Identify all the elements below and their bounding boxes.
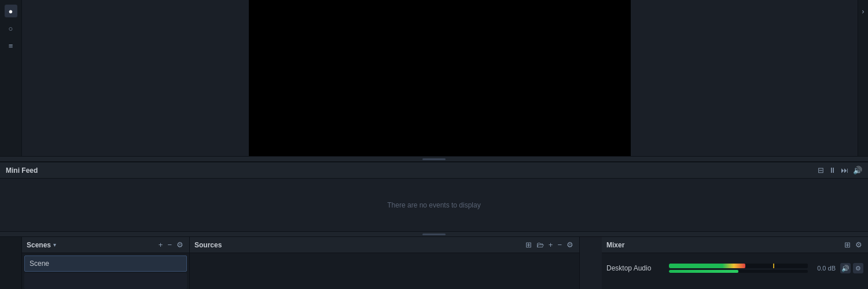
mini-feed-body: There are no events to display xyxy=(0,179,868,231)
bottom-left-icons xyxy=(0,237,22,289)
preview-area xyxy=(22,0,858,156)
mixer-expand-btn[interactable]: ⊞ xyxy=(843,240,852,249)
mini-feed-volume-icon[interactable]: 🔊 xyxy=(853,166,862,175)
mini-feed-empty-text: There are no events to display xyxy=(387,201,480,209)
mixer-body: Desktop Audio 0.0 dB 🔊 ⚙ xyxy=(602,253,868,289)
sources-remove-btn[interactable]: − xyxy=(556,240,563,249)
scene-item-label: Scene xyxy=(30,260,49,268)
mixer-track-name: Desktop Audio xyxy=(606,264,664,272)
top-area: ● ○ ≡ › xyxy=(0,0,868,156)
mini-feed-controls: ⊟ ⏸ ⏭ 🔊 xyxy=(818,166,862,175)
mini-feed-pause-icon[interactable]: ⏸ xyxy=(829,166,836,175)
mixer-track-settings-btn[interactable]: ⚙ xyxy=(853,263,863,273)
scene-item-placeholder xyxy=(24,273,187,289)
sources-settings-btn[interactable]: ⚙ xyxy=(565,240,575,249)
fader-bar-fill xyxy=(669,264,745,268)
mixer-settings-btn[interactable]: ⚙ xyxy=(854,240,863,249)
mixer-track-mute-btn[interactable]: 🔊 xyxy=(840,263,851,273)
fader-bar-indicator xyxy=(773,264,774,268)
sources-folder-btn[interactable]: 🗁 xyxy=(535,240,545,249)
scenes-dropdown-arrow[interactable]: ▾ xyxy=(53,242,56,248)
mixer-title: Mixer xyxy=(606,241,624,249)
mini-feed-title: Mini Feed xyxy=(6,166,38,175)
scenes-remove-btn[interactable]: − xyxy=(166,240,173,249)
sources-body xyxy=(190,253,579,289)
scenes-body: Scene xyxy=(22,253,189,289)
mini-feed-skip-icon[interactable]: ⏭ xyxy=(841,166,848,175)
preview-canvas xyxy=(249,0,631,156)
scenes-title: Scenes xyxy=(27,241,51,249)
mini-feed-filter-icon[interactable]: ⊟ xyxy=(818,166,824,175)
sources-add-btn[interactable]: + xyxy=(547,240,554,249)
divider-1[interactable] xyxy=(0,156,868,162)
mixer-panel: Mixer ⊞ ⚙ Desktop Audio 0.0 dB xyxy=(602,237,868,289)
sources-title: Sources xyxy=(194,241,222,249)
mixer-track-db: 0.0 dB xyxy=(812,265,836,272)
mixer-header: Mixer ⊞ ⚙ xyxy=(602,237,868,253)
mixer-track-fader[interactable] xyxy=(669,264,808,273)
right-sidebar-toggle[interactable]: › xyxy=(857,5,869,17)
scenes-settings-btn[interactable]: ⚙ xyxy=(175,240,185,249)
sources-panel: Sources ⊞ 🗁 + − ⚙ xyxy=(190,237,580,289)
fader-sub-bar xyxy=(669,270,808,273)
mixer-track-desktop-audio: Desktop Audio 0.0 dB 🔊 ⚙ xyxy=(606,255,863,281)
left-sidebar: ● ○ ≡ xyxy=(0,0,22,156)
fader-sub-fill xyxy=(669,270,738,273)
right-sidebar: › xyxy=(858,0,868,156)
divider-2-handle xyxy=(422,234,446,235)
sidebar-icon-1[interactable]: ● xyxy=(5,5,17,17)
mini-feed-panel: Mini Feed ⊟ ⏸ ⏭ 🔊 There are no events to… xyxy=(0,162,868,231)
sources-group-btn[interactable]: ⊞ xyxy=(524,240,533,249)
scene-item[interactable]: Scene xyxy=(24,255,187,272)
scenes-header: Scenes ▾ + − ⚙ xyxy=(22,237,189,253)
sidebar-icon-3[interactable]: ≡ xyxy=(5,39,17,52)
divider-2[interactable] xyxy=(0,231,868,237)
sidebar-icon-2[interactable]: ○ xyxy=(5,22,17,35)
sources-header: Sources ⊞ 🗁 + − ⚙ xyxy=(190,237,579,253)
divider-1-handle xyxy=(422,158,446,160)
mixer-track-icons: 🔊 ⚙ xyxy=(840,263,863,273)
mini-feed-header: Mini Feed ⊟ ⏸ ⏭ 🔊 xyxy=(0,162,868,179)
scenes-add-btn[interactable]: + xyxy=(157,240,164,249)
scenes-panel: Scenes ▾ + − ⚙ Scene xyxy=(22,237,190,289)
fader-bar-bg xyxy=(669,264,808,268)
bottom-panels: Scenes ▾ + − ⚙ Scene Sources ⊞ 🗁 + − ⚙ xyxy=(0,237,868,289)
